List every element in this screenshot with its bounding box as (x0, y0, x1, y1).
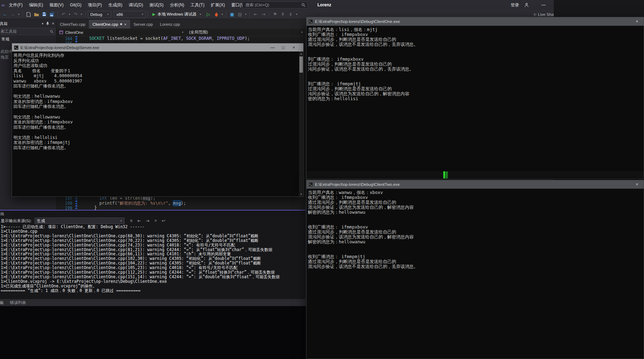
indent-increase-icon[interactable]: ⇥ (260, 10, 267, 19)
window-position-icon[interactable]: ▾ (42, 22, 43, 25)
output-source-dropdown[interactable]: 生成 ▾ (35, 218, 124, 224)
menu-item[interactable]: 扩展(X) (208, 0, 228, 10)
tab-close-icon[interactable]: × (124, 22, 126, 26)
clientone-console-titlebar[interactable]: E:\ExtraProject\op-lorenz\Debug\ClientOn… (306, 17, 644, 26)
output-toolbar: ≡ ⇤ ⇥ × ↩ (130, 218, 165, 223)
feedback-icon[interactable] (524, 2, 529, 7)
messages-icon[interactable]: ≡ (130, 218, 133, 223)
server-console-window[interactable]: E:\ExtraProject\op-lorenz\Debug\Server.e… (12, 43, 304, 197)
clear-all-icon[interactable]: × (154, 218, 157, 223)
scroll-down-icon[interactable]: ▼ (299, 192, 303, 196)
quick-search-input[interactable]: 搜索 (Ctrl+Q) (242, 1, 308, 8)
menu-item[interactable]: 调试(D) (126, 0, 146, 10)
menu-item[interactable]: 编辑(E) (26, 0, 46, 10)
menu-item[interactable]: 项目(P) (85, 0, 105, 10)
scrollbar-thumb[interactable] (299, 56, 303, 73)
bookmark-icon[interactable]: ⚑ (272, 10, 279, 19)
pin-icon[interactable] (46, 22, 49, 26)
indent-decrease-icon[interactable]: ⇤ (252, 10, 259, 19)
console-text-line: 收到广播消息： ifmmpxboxv (308, 195, 643, 200)
undo-icon[interactable]: ↶ (60, 10, 67, 19)
solution-explorer-icon[interactable]: ▣ (229, 10, 236, 19)
editor-tab[interactable]: Server.cpp × (130, 20, 157, 29)
next-bookmark-icon[interactable]: ⇟ (287, 10, 294, 19)
code-token: SOCK_DGRAM (186, 36, 211, 41)
console-text-line: 沌同步验证，该消息不是发送给自己的，丢弃该消息。 (308, 67, 643, 72)
navigate-back-icon[interactable]: ← (1, 10, 8, 19)
console-text-line (308, 47, 643, 52)
bookmarks-dropdown-icon[interactable]: ▾ (295, 10, 298, 19)
editor-tab[interactable]: ClientOne.cpp × (89, 20, 130, 29)
toolbox-header[interactable]: 工具箱 ▾ × (0, 20, 56, 28)
clientone-console-window[interactable]: E:\ExtraProject\op-lorenz\Debug\ClientOn… (306, 17, 644, 179)
editor-tab[interactable]: ClientTwo.cpp × (56, 20, 89, 29)
console-text-line (308, 72, 643, 77)
output-log[interactable]: 1>------ 已启动生成: 项目: ClientOne, 配置: Debug… (0, 225, 305, 297)
project-name: ClientOne (65, 30, 83, 35)
save-icon[interactable] (41, 10, 48, 19)
menu-item[interactable]: 工具(T) (187, 0, 207, 10)
console-text-line: 到广播消息： ifmmpmjtj (308, 81, 643, 86)
desktop-background (554, 0, 644, 17)
save-all-icon[interactable] (48, 10, 55, 19)
scope-dropdown[interactable]: (全局范围) ▾ (186, 29, 305, 36)
console-icon (309, 182, 313, 187)
clienttwo-console-window[interactable]: E:\ExtraProject\op-lorenz\Debug\ClientTw… (306, 180, 644, 359)
menu-item[interactable]: 文件(F) (6, 0, 26, 10)
redo-dropdown-icon[interactable]: ▾ (80, 10, 83, 19)
minimize-icon[interactable]: — (267, 45, 278, 50)
navigate-dropdown-icon[interactable]: ▾ (17, 10, 20, 19)
word-wrap-icon[interactable]: ↩ (162, 218, 165, 223)
code-line[interactable]: 198 printf("解密的消息为: %s\n\r", msg); (56, 201, 305, 206)
code-line[interactable]: 199 } (56, 206, 305, 210)
console-text-line: 过混沌同步，判断消息是否是发送给自己的 (308, 62, 643, 67)
clienttwo-console-titlebar[interactable]: E:\ExtraProject\op-lorenz\Debug\ClientTw… (306, 180, 644, 189)
debug-target-dropdown-icon[interactable]: ▾ (199, 10, 202, 19)
undo-dropdown-icon[interactable]: ▾ (68, 10, 71, 19)
code-line[interactable]: 164 SOCKET listenSocket = socket(AF_INET… (56, 36, 305, 41)
console-text-line: 明文消息：hellowanwu (13, 94, 298, 99)
hot-reload-icon[interactable] (213, 10, 220, 19)
close-icon[interactable]: × (632, 19, 642, 24)
open-file-icon[interactable] (33, 10, 40, 19)
code-line[interactable]: 197 int len = strlen(msg); (56, 196, 305, 201)
start-debugging-button[interactable]: ▶ 本地 Windows 调试器 ▾ (150, 10, 204, 19)
project-dropdown[interactable]: ClientOne ▾ (56, 29, 186, 36)
toolbox-group-label: 常规 (1, 37, 10, 42)
tab-error-list[interactable]: 错误列表 (10, 300, 26, 305)
windows-dropdown-icon[interactable]: ▾ (244, 10, 248, 19)
server-console-titlebar[interactable]: E:\ExtraProject\op-lorenz\Debug\Server.e… (12, 43, 303, 51)
menu-item[interactable]: 测试(S) (146, 0, 167, 10)
maximize-icon[interactable]: □ (278, 45, 288, 50)
properties-window-icon[interactable]: ▤ (236, 10, 243, 19)
close-icon[interactable]: × (52, 21, 54, 26)
console-text-line: lisi mjtj 4.000000954 (13, 73, 298, 79)
start-without-debugging-icon[interactable]: ▷ (205, 10, 212, 19)
hot-reload-dropdown-icon[interactable]: ▾ (220, 10, 224, 19)
new-file-icon[interactable] (25, 10, 32, 19)
close-icon[interactable]: × (632, 182, 642, 187)
scroll-up-icon[interactable]: ▲ (299, 51, 303, 56)
platform-dropdown[interactable]: x86 ▾ (114, 11, 146, 18)
console-text-line (13, 89, 298, 94)
toolbox-search-input[interactable]: 搜索工具箱 (1, 28, 55, 35)
menu-item[interactable]: 分析(N) (167, 0, 188, 10)
toolbox-group-general[interactable]: 常规 (0, 36, 56, 43)
minimize-window-button[interactable]: — (538, 2, 549, 7)
configuration-dropdown[interactable]: Debug ▾ (88, 11, 111, 18)
navigate-forward-icon[interactable]: → (9, 10, 16, 19)
redo-icon[interactable]: ↷ (72, 10, 79, 19)
menu-item[interactable]: 生成(B) (105, 0, 126, 10)
editor-tab[interactable]: Lorenz.cpp × (157, 20, 184, 29)
toolbox-search-placeholder: 搜索工具箱 (1, 29, 50, 34)
close-icon[interactable]: × (288, 45, 299, 50)
menu-item[interactable]: 视图(V) (46, 0, 67, 10)
window-controls: × (632, 182, 642, 187)
sign-in-button[interactable]: 登录 (511, 2, 519, 8)
previous-message-icon[interactable]: ⇤ (138, 218, 141, 223)
tab-output[interactable]: 输出 (0, 300, 4, 305)
next-message-icon[interactable]: ⇥ (146, 218, 150, 223)
menu-item[interactable]: Git(G) (67, 0, 85, 10)
console-scrollbar[interactable]: ▲ ▼ (299, 51, 303, 196)
previous-bookmark-icon[interactable]: ⇞ (279, 10, 286, 19)
